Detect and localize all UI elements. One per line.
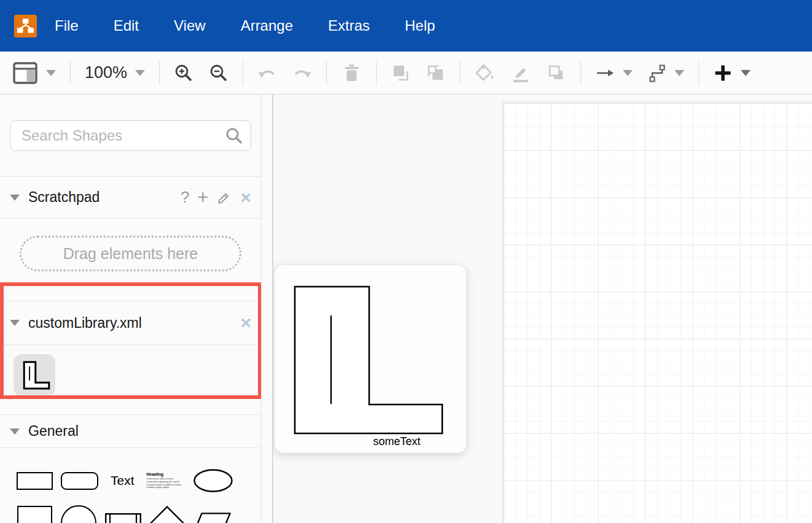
menu-extras[interactable]: Extras xyxy=(328,17,370,34)
shadow-button[interactable] xyxy=(547,63,566,83)
scratchpad-edit-icon[interactable] xyxy=(216,190,232,206)
connection-button[interactable] xyxy=(595,64,633,82)
toolbar-separator xyxy=(580,61,581,85)
textbox-body: Lorem ipsum dolor sit amet, consectetur … xyxy=(147,478,182,489)
redo-button[interactable] xyxy=(292,64,312,82)
zoom-out-icon xyxy=(209,63,228,83)
chevron-down-icon xyxy=(674,70,684,76)
toolbar-separator xyxy=(698,61,699,85)
waypoints-button[interactable] xyxy=(648,63,684,83)
custom-shape-thumbnail[interactable] xyxy=(14,354,55,396)
to-back-button[interactable] xyxy=(426,63,445,82)
line-color-button[interactable] xyxy=(510,63,531,83)
menu-arrange[interactable]: Arrange xyxy=(241,17,293,34)
scratchpad-section-header[interactable]: Scratchpad ? + × xyxy=(0,177,261,218)
scratchpad-close-icon[interactable]: × xyxy=(240,188,251,207)
toolbar-separator xyxy=(243,61,243,85)
menu-bar: File Edit View Arrange Extras Help xyxy=(0,0,812,52)
redo-icon xyxy=(292,64,312,82)
line-color-icon xyxy=(510,63,531,83)
drawing-page[interactable] xyxy=(503,103,812,523)
shape-circle[interactable] xyxy=(61,505,96,523)
toolbar-separator xyxy=(376,61,377,85)
toolbar-separator xyxy=(459,61,460,85)
shapes-sidebar: Scratchpad ? + × Drag elements here cust… xyxy=(0,95,262,523)
undo-button[interactable] xyxy=(257,64,277,82)
custom-l-shape-preview xyxy=(275,265,466,453)
menu-file[interactable]: File xyxy=(55,17,79,34)
sidebar-splitter[interactable] xyxy=(262,95,273,523)
shape-textbox[interactable]: Heading Lorem ipsum dolor sit amet, cons… xyxy=(147,472,182,489)
chevron-down-icon xyxy=(741,70,751,76)
shape-preview-label: someText xyxy=(348,435,446,448)
search-icon xyxy=(225,126,243,145)
scratchpad-drop-zone[interactable]: Drag elements here xyxy=(20,236,241,271)
page-view-button[interactable] xyxy=(12,61,56,85)
custom-library-close-icon[interactable]: × xyxy=(240,314,251,332)
chevron-down-icon xyxy=(46,70,56,76)
textbox-heading: Heading xyxy=(147,472,182,476)
custom-l-shape-icon xyxy=(16,357,53,393)
menu-view[interactable]: View xyxy=(174,17,206,34)
insert-button[interactable] xyxy=(713,63,751,83)
shape-preview-tooltip: someText xyxy=(275,265,466,453)
shape-square[interactable] xyxy=(17,506,52,523)
chevron-down-icon xyxy=(135,70,145,76)
menu-edit[interactable]: Edit xyxy=(114,17,139,34)
zoom-out-button[interactable] xyxy=(209,63,228,83)
fill-color-icon xyxy=(474,63,495,83)
toolbar-separator xyxy=(159,61,160,85)
shape-ellipse[interactable] xyxy=(193,469,233,492)
zoom-in-icon xyxy=(174,63,193,83)
toolbar-separator xyxy=(326,61,327,85)
insert-plus-icon xyxy=(713,63,733,83)
general-section-header[interactable]: General xyxy=(0,415,261,447)
toolbar-separator xyxy=(70,61,71,85)
custom-library-section-header[interactable]: customLibrary.xml × xyxy=(0,301,261,344)
delete-button[interactable] xyxy=(341,63,362,83)
collapse-triangle-icon xyxy=(10,428,20,435)
divider xyxy=(0,218,261,219)
delete-icon xyxy=(341,63,362,83)
undo-icon xyxy=(257,64,277,82)
collapse-triangle-icon xyxy=(10,320,20,326)
zoom-in-button[interactable] xyxy=(174,63,193,83)
custom-library-title: customLibrary.xml xyxy=(28,315,142,331)
diagram-canvas[interactable]: someText xyxy=(273,95,812,523)
shape-process[interactable] xyxy=(105,513,141,523)
zoom-level-dropdown[interactable]: 100% xyxy=(85,63,145,82)
chevron-down-icon xyxy=(623,70,633,76)
fill-color-button[interactable] xyxy=(474,63,495,83)
collapse-triangle-icon xyxy=(10,195,20,201)
shadow-icon xyxy=(547,63,566,83)
scratchpad-help-icon[interactable]: ? xyxy=(181,188,189,207)
to-back-icon xyxy=(426,63,445,82)
scratchpad-add-icon[interactable]: + xyxy=(197,188,208,207)
drop-zone-hint: Drag elements here xyxy=(63,245,198,263)
shape-parallelogram[interactable] xyxy=(193,513,231,523)
drawio-logo-icon xyxy=(14,15,37,37)
shape-text[interactable]: Text xyxy=(111,473,135,488)
search-shapes-input[interactable] xyxy=(10,120,251,151)
to-front-icon xyxy=(391,63,410,82)
scratchpad-title: Scratchpad xyxy=(28,189,100,206)
connection-arrow-icon xyxy=(595,64,615,82)
toolbar: 100% xyxy=(0,52,812,95)
menu-help[interactable]: Help xyxy=(405,17,435,34)
waypoints-icon xyxy=(648,63,666,83)
shape-diamond[interactable] xyxy=(150,506,184,523)
divider xyxy=(0,447,261,448)
general-title: General xyxy=(28,423,79,440)
zoom-level-value: 100% xyxy=(85,63,127,82)
to-front-button[interactable] xyxy=(391,63,410,82)
shape-rectangle[interactable] xyxy=(17,472,53,490)
page-view-icon xyxy=(12,61,38,85)
shape-rounded-rectangle[interactable] xyxy=(61,472,98,490)
